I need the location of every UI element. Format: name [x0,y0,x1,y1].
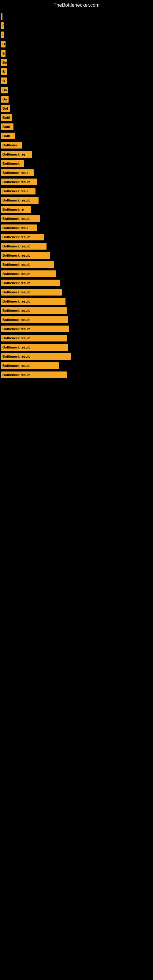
bar: P [1,22,4,29]
bar-row: Bottleneck result [1,269,153,278]
bar-row: Bottleneck resu [1,224,153,232]
bar-row: Bottleneck result [1,343,153,352]
bar: Bottleneck result [1,335,67,342]
bar: Bottleneck resu [1,188,35,194]
bar: Bottleneck result [1,252,50,259]
bar: Bo [1,87,8,94]
bar-label: Bottleneck result [2,263,30,266]
bar-label: Bottl [2,116,10,119]
bar: Bottl [1,114,12,121]
bar: Bottleneck result [1,243,46,250]
bar-label: Bo [2,60,7,64]
bar: Bottlenec [1,142,22,148]
bar: Bottleneck result [1,261,54,268]
bar-label: Bottleneck result [2,254,30,257]
bar: Bottleneck result [1,215,40,222]
bar: Bottleneck result [1,298,65,305]
bar-row: Bottleneck result [1,196,153,205]
site-title: TheBottlenecker.com [0,0,153,9]
bar: Bottleneck result [1,307,67,314]
bar: Bottleneck result [1,353,71,360]
bar-label: Bottlenec [2,143,18,147]
bar: Bottleneck result [1,371,67,378]
bar-row: Bottleneck result [1,315,153,324]
bar: B [1,78,7,84]
bar: E [1,50,5,57]
bar: Bottl [1,123,13,130]
bar-label: Bot [2,107,8,110]
bar-row: Bottleneck [1,159,153,168]
bar: Bottleneck result [1,270,56,277]
bar: Bottleneck result [1,197,38,204]
bar-label: Bottleneck result [2,180,30,184]
bar-label: Bo [2,97,7,101]
bar-label: Bottleneck result [2,235,30,239]
bar-row: Bottl [1,113,153,122]
bar-label: Bottleneck res [2,153,26,156]
bar-row: Bottleneck res [1,150,153,159]
bar: Bottleneck result [1,362,59,369]
bar-label: Bottleneck resu [2,226,28,230]
bar-label: Bottleneck [2,162,19,165]
bar-label: Bo [2,88,7,92]
bar-row: | [1,12,153,21]
bar-row: Bottleneck resu [1,169,153,177]
bar-label: Bottleneck result [2,345,30,349]
bars-container: |PEBEBoBBBoBoBotBottlBottlBottlBottlenec… [0,9,153,383]
bar-label: Bottleneck result [2,309,30,312]
bar-row: Bottleneck result [1,306,153,315]
bar: Bottleneck re [1,206,31,213]
bar-label: Bottleneck result [2,318,30,321]
bar: Bottleneck result [1,344,68,351]
bar-label: Bottl [2,134,10,138]
bar-row: B [1,67,153,76]
bar-row: Bottleneck re [1,205,153,214]
bar-label: Bottleneck result [2,327,30,331]
bar-row: Bottleneck result [1,178,153,186]
bar: Bottleneck resu [1,169,33,176]
bar: Bottleneck result [1,234,44,240]
bar-label: E [2,33,4,37]
bar: Bot [1,105,10,112]
site-title-container: TheBottlenecker.com [0,0,153,9]
bar: Bottleneck res [1,151,32,158]
bar: Bottleneck result [1,326,69,332]
bar: Bottleneck result [1,289,62,296]
bar: Bo [1,59,7,66]
bar-row: E [1,49,153,57]
bar: B [1,41,5,48]
bar-row: Bottlenec [1,141,153,150]
bar-row: Bottleneck result [1,334,153,342]
bar: Bottleneck resu [1,224,37,231]
bar-label: Bottleneck result [2,244,30,248]
bar-row: Bottleneck resu [1,187,153,196]
bar-row: Bottleneck result [1,215,153,223]
bar-row: Bottleneck result [1,242,153,250]
bar-label: Bottleneck result [2,281,30,285]
bar-row: Bottleneck result [1,297,153,305]
bar: | [1,13,2,20]
bar-label: P [2,24,4,27]
bar: Bottl [1,133,15,139]
bar-label: B [2,42,5,46]
bar: Bottleneck [1,160,24,167]
bar: Bottleneck result [1,178,37,185]
bar-label: Bottleneck result [2,336,30,340]
bar-row: Bot [1,104,153,113]
bar-label: Bottleneck result [2,364,30,368]
bar-row: Bottleneck result [1,371,153,379]
bar-label: Bottleneck result [2,299,30,303]
bar-label: Bottl [2,125,10,129]
bar-row: Bo [1,86,153,94]
bar-row: Bottleneck result [1,352,153,361]
bar-row: Bottleneck result [1,251,153,260]
bar-label: Bottleneck result [2,355,30,358]
bar: B [1,68,7,75]
bar-row: Bottleneck result [1,279,153,287]
bar-label: Bottleneck re [2,208,24,211]
bar: E [1,32,4,38]
bar-row: Bottleneck result [1,325,153,333]
bar-row: Bottleneck result [1,288,153,296]
bar-label: Bottleneck result [2,373,30,377]
bar-row: Bottl [1,132,153,140]
